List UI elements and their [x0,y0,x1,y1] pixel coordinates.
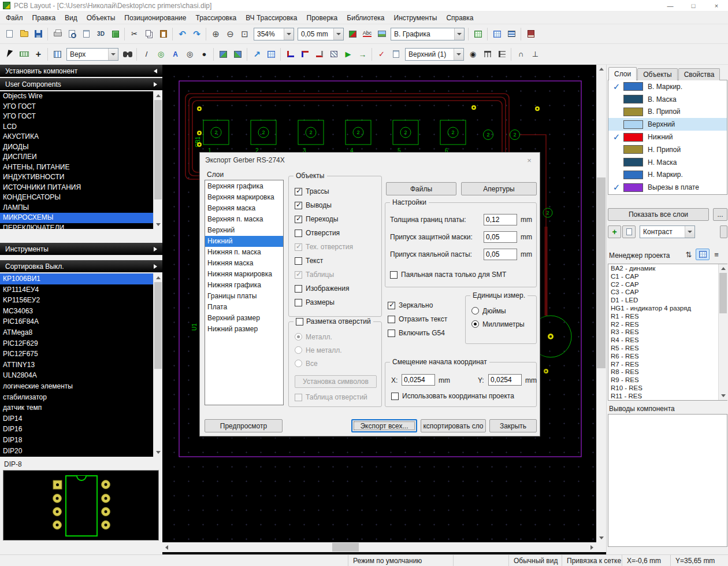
dropdown-arrow-icon[interactable] [284,28,294,40]
export-layer-item[interactable]: Плата [205,302,283,313]
export-layer-item[interactable]: Нижняя маркировка [205,269,283,280]
object-checkbox[interactable]: Изображения [295,282,353,295]
run-autorouter-icon[interactable]: ▶ [341,47,355,61]
project-item[interactable]: D1 - LED [608,297,727,305]
object-checkbox[interactable]: Текст [295,254,353,268]
sort-header[interactable]: Сортировка Выкл. [0,260,162,272]
flip-text-checkbox[interactable]: Отразить текст [388,312,447,326]
library-item[interactable]: КОНДЕНСАТОРЫ [0,193,162,203]
library-list-scrollbar[interactable] [153,91,162,229]
redo-icon[interactable]: ↷ [190,27,204,41]
menu-item[interactable]: Трассировка [191,12,242,24]
menu-item[interactable]: Правка [28,12,61,24]
titles-setup-icon[interactable] [79,27,94,41]
layer-row[interactable]: Вырезы в плате [608,181,727,194]
find-component-icon[interactable] [120,47,135,61]
dropdown-arrow-icon[interactable] [108,49,118,60]
dropdown-arrow-icon[interactable] [454,49,463,60]
restore-button[interactable]: □ [682,0,705,12]
mirror-checkbox[interactable]: Зеркально [388,298,433,312]
apertures-button[interactable]: Апертуры [461,182,537,195]
library-item[interactable]: УГО ГОСТ [0,102,162,112]
object-checkbox[interactable]: Отверстия [295,226,353,240]
print-icon[interactable] [50,27,65,41]
object-checkbox[interactable]: Размеры [295,295,353,309]
menu-item[interactable]: Позиционирование [120,12,191,24]
component-item[interactable]: DIP14 [0,413,162,424]
layer-stack-icon[interactable] [504,27,519,41]
offset-x-input[interactable] [402,374,435,386]
component-item[interactable]: DIP16 [0,424,162,435]
dialog-title-bar[interactable]: Экспорт Gerber RS-274X [200,153,540,168]
holes-radio[interactable]: Не металл. [295,343,342,357]
zoom-window-icon[interactable]: ⊡ [237,27,252,41]
pm-pins-icon[interactable]: ≡ [710,249,723,260]
align-left-icon[interactable] [495,47,509,61]
holes-table-checkbox[interactable]: Таблица отверстий [295,390,367,404]
nets-report-icon[interactable] [389,47,403,61]
update-layers-icon[interactable] [490,27,504,41]
scroll-down-icon[interactable] [719,391,727,400]
component-item[interactable]: DIP20 [0,446,162,457]
scroll-right-icon[interactable] [588,542,596,552]
signal-layer-combo[interactable]: Верхний (1) [405,48,464,61]
save-icon[interactable] [31,27,46,41]
component-item[interactable]: PIC12F629 [0,338,162,349]
layer-row[interactable]: Н. Маска [608,156,727,169]
layer-color-swatch[interactable] [623,171,643,179]
object-checkbox[interactable]: Тех. отверстия [295,240,353,254]
highlight-net-icon[interactable]: ◉ [466,47,480,61]
measure-tool-icon[interactable] [17,47,31,61]
export-layer-item[interactable]: Нижний размер [205,324,283,335]
component-item[interactable]: ULN2804A [0,370,162,381]
user-components-header[interactable]: User Components [0,78,162,90]
project-item[interactable]: R11 - RES [608,393,727,401]
holes-radio[interactable]: Металл. [295,330,342,343]
minimize-button[interactable]: — [659,0,682,12]
scroll-up-icon[interactable] [154,91,162,100]
export-layer-item[interactable]: Верхняя п. маска [205,214,283,225]
layer-color-swatch[interactable] [623,145,643,154]
connections-table-icon[interactable] [264,47,278,61]
project-item[interactable]: R3 - RES [608,328,727,336]
panel-tab[interactable]: Объекты [637,68,678,80]
component-item[interactable]: КР1006ВИ1 [0,273,162,284]
place-filled-circle-icon[interactable]: ● [197,47,211,61]
show-all-layers-button[interactable]: Показать все слои [608,208,709,221]
export-layer-item[interactable]: Верхняя маска [205,203,283,214]
test-point-icon[interactable]: ⊥ [528,47,543,61]
scroll-down-icon[interactable] [154,220,162,229]
jumper-icon[interactable]: ∩ [514,47,528,61]
dropdown-arrow-icon[interactable] [454,28,464,40]
scroll-up-icon[interactable] [596,65,606,73]
layer-visibility-checkbox[interactable] [610,132,623,142]
picture-icon[interactable] [374,27,389,41]
menu-item[interactable]: Вид [60,12,82,24]
component-item[interactable]: стабилизатор [0,392,162,403]
pattern-editor-icon[interactable] [108,27,122,41]
object-checkbox[interactable]: Трассы [295,184,353,198]
export-layer-button[interactable]: кспортировать сло [421,419,486,432]
dialog-close-button[interactable]: × [522,155,536,165]
project-item[interactable]: HG1 - индикатор 4 разряд [608,305,727,313]
open-icon[interactable] [17,27,31,41]
export-layer-item[interactable]: Верхняя графика [205,181,283,192]
menu-item[interactable]: ВЧ Трассировка [241,12,302,24]
setting-input[interactable] [484,249,517,260]
new-file-icon[interactable] [2,27,17,41]
layer-color-swatch[interactable] [623,95,643,103]
library-item[interactable]: ПЕРЕКЛЮЧАТЕЛИ [0,223,162,230]
library-item[interactable]: АНТЕНЫ, ПИТАНИЕ [0,162,162,173]
export-layer-item[interactable]: Границы платы [205,291,283,302]
export-all-button[interactable]: Экспорт всех... [351,419,417,432]
canvas-vertical-scrollbar[interactable] [596,65,606,542]
scroll-down-icon[interactable] [596,534,606,542]
library-item[interactable]: ЛАМПЫ [0,203,162,213]
autoroute-setup-icon[interactable] [298,47,312,61]
scroll-up-icon[interactable] [719,264,727,273]
project-item[interactable]: R7 - RES [608,361,727,369]
component-list-scrollbar[interactable] [153,273,162,457]
smt-paste-checkbox[interactable]: Паяльная паста только для SMT [390,268,506,282]
project-item[interactable]: C3 - CAP [608,288,727,297]
layer-properties-icon[interactable] [622,225,636,238]
